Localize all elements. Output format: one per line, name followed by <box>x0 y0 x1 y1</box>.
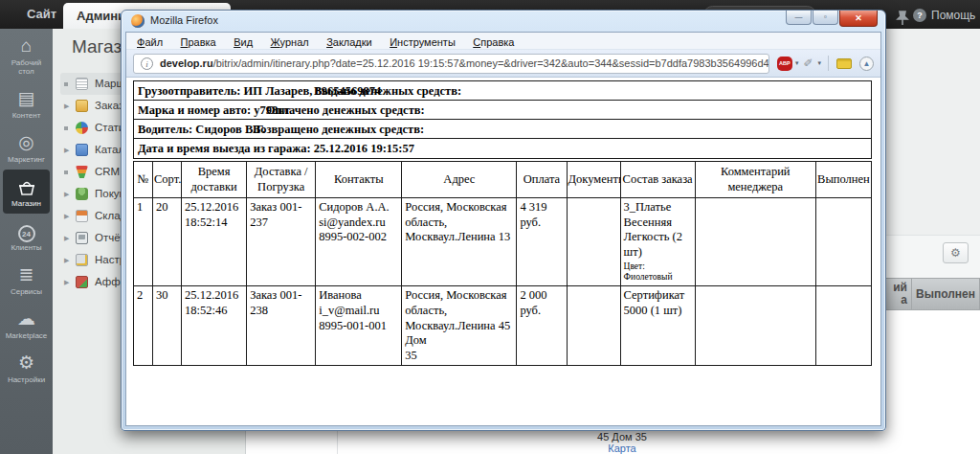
info-row: Марка и номер авто: у798нг Оплачено дене… <box>134 101 871 120</box>
table-row: 1 20 25.12.2016 18:52:14 Заказ 001-237 С… <box>134 198 872 286</box>
itinerary-info-box: Грузоотправитель: ИП Лазарев, 8965456987… <box>133 80 872 159</box>
info-row: Грузоотправитель: ИП Лазарев, 8965456987… <box>134 81 871 101</box>
menu-bookmarks[interactable]: Закладки <box>320 34 379 48</box>
pie-chart-icon <box>76 122 88 134</box>
menu-help[interactable]: Справка <box>466 34 521 48</box>
affiliates-icon <box>76 276 88 288</box>
settings-gear-icon: ⚙ <box>3 352 50 374</box>
screen: Сайт Администрирование ? Помощь ⌂ Рабочи… <box>0 0 980 454</box>
background-table-row: 45 Дом 35 Карта <box>246 430 980 454</box>
home-icon: ⌂ <box>3 35 50 57</box>
cell-divider <box>337 430 338 454</box>
window-titlebar[interactable]: Mozilla Firefox — ▫ ✕ <box>122 11 885 32</box>
store-basket-icon <box>3 176 50 197</box>
extension-icon[interactable]: ✐ <box>801 57 814 70</box>
menu-edit[interactable]: Правка <box>174 34 223 48</box>
rail-item-store[interactable]: Магазин <box>3 170 50 214</box>
info-row: Водитель: Сидоров В.Г. Возвращено денежн… <box>134 120 871 139</box>
menu-file[interactable]: Файл <box>130 34 169 48</box>
content-icon: ▤ <box>3 88 50 109</box>
rail-item-marketing[interactable]: ◎ Маркетинг <box>3 125 50 170</box>
url-host: develop.ru <box>160 57 213 69</box>
order-color-note: Цвет: Фиолетовый <box>624 261 692 284</box>
expand-arrow-icon[interactable]: ▶ <box>64 236 69 240</box>
column-header-done[interactable]: Выполнен <box>912 279 979 309</box>
orders-icon <box>76 100 88 112</box>
close-button[interactable]: ✕ <box>839 11 878 27</box>
menu-view[interactable]: Вид <box>227 34 259 48</box>
bullet-icon <box>64 170 68 174</box>
pin-icon[interactable] <box>896 11 909 26</box>
expand-arrow-icon[interactable]: ▶ <box>64 192 69 196</box>
firefox-navbar: i develop.ru/bitrix/admin/itinerary.php?… <box>126 50 880 78</box>
maximize-button[interactable]: ▫ <box>813 11 838 25</box>
bullet-icon <box>64 82 68 86</box>
monitor-icon <box>76 232 88 244</box>
url-path: /bitrix/admin/itinerary.php?date=25.12.2… <box>213 57 769 69</box>
extension2-icon[interactable] <box>836 58 852 69</box>
expand-arrow-icon[interactable]: ▶ <box>64 258 69 262</box>
bullet-icon <box>64 126 68 130</box>
expand-arrow-icon[interactable]: ▶ <box>64 214 69 218</box>
clipboard-icon <box>76 254 88 266</box>
map-link[interactable]: Карта <box>536 443 708 454</box>
rail-item-content[interactable]: ▤ Контент <box>3 81 50 125</box>
adblock-icon[interactable]: ABP <box>777 57 792 71</box>
left-rail: ⌂ Рабочий стол ▤ Контент ◎ Маркетинг Маг… <box>0 29 53 454</box>
firefox-menubar: Файл Правка Вид Журнал Закладки Инструме… <box>126 33 880 50</box>
extension-caret-icon[interactable]: ▾ <box>814 59 824 67</box>
rail-item-clients[interactable]: 24 Клиенты <box>3 214 50 258</box>
document-icon <box>76 78 88 90</box>
rail-item-services[interactable]: ≣ Сервисы <box>3 258 50 302</box>
menu-history[interactable]: Журнал <box>264 34 316 48</box>
minimize-button[interactable]: — <box>786 11 812 25</box>
toolbar-separator <box>828 56 829 71</box>
window-title: Mozilla Firefox <box>150 14 218 26</box>
marketplace-cloud-icon: ☁ <box>3 308 50 329</box>
firefox-icon <box>131 14 145 28</box>
help-label[interactable]: Помощь <box>931 9 975 22</box>
itinerary-table: № Сорт. Время доставки Доставка / Погруз… <box>133 161 872 366</box>
expand-arrow-icon[interactable]: ▶ <box>64 148 69 152</box>
address-cell-text: 45 Дом 35 <box>536 431 708 443</box>
expand-arrow-icon[interactable]: ▶ <box>64 280 69 284</box>
rail-item-settings[interactable]: ⚙ Настройки <box>3 346 50 390</box>
info-row: Дата и время выезда из гаража: 25.12.201… <box>134 139 871 158</box>
firefox-window: Mozilla Firefox — ▫ ✕ Файл Правка Вид Жу… <box>121 10 886 431</box>
page-content: Грузоотправитель: ИП Лазарев, 8965456987… <box>126 78 880 425</box>
url-bar[interactable]: i develop.ru/bitrix/admin/itinerary.php?… <box>133 54 769 74</box>
rail-item-desktop[interactable]: ⌂ Рабочий стол <box>3 29 50 81</box>
table-row: 2 30 25.12.2016 18:52:46 Заказ 001-238 И… <box>134 286 872 366</box>
funnel-icon <box>76 166 88 178</box>
marketing-icon: ◎ <box>3 132 50 153</box>
clients-24-icon: 24 <box>3 220 50 241</box>
person-icon <box>76 188 88 200</box>
rail-item-marketplace[interactable]: ☁ Marketplace <box>3 302 50 346</box>
adblock-caret-icon[interactable]: ▾ <box>792 59 802 67</box>
menu-tools[interactable]: Инструменты <box>383 34 462 48</box>
table-settings-gear-button[interactable]: ⚙ <box>943 242 969 263</box>
proxy-icon[interactable]: ▲ <box>859 57 874 71</box>
help-icon[interactable]: ? <box>913 9 926 22</box>
folder-icon <box>76 144 88 156</box>
services-layers-icon: ≣ <box>3 264 50 285</box>
site-info-icon[interactable]: i <box>141 57 153 70</box>
expand-arrow-icon[interactable]: ▶ <box>64 103 69 108</box>
house-icon <box>76 210 88 222</box>
table-header-row: № Сорт. Время доставки Доставка / Погруз… <box>134 162 872 198</box>
